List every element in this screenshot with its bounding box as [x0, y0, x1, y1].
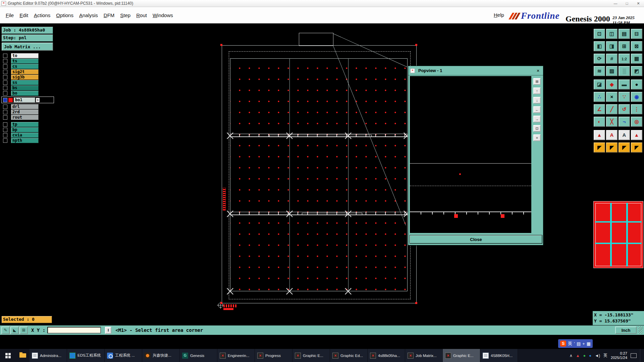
layer-name-chip[interactable]: tp — [11, 122, 39, 127]
taskbar-app[interactable]: ×4s88k05ha... — [368, 349, 405, 362]
toolbar-button[interactable]: ░ — [619, 66, 630, 76]
toolbar-button[interactable]: ⊡ — [594, 29, 605, 39]
toolbar-button[interactable]: ▦ — [631, 54, 642, 64]
toolbar-button[interactable]: ▬ — [619, 79, 630, 89]
taskbar-app[interactable]: ×Job Matrix... — [405, 349, 443, 362]
popview-close-button[interactable]: Close — [410, 235, 542, 244]
layer-name-chip[interactable]: cs — [11, 64, 39, 69]
volume-icon[interactable]: ◄) — [595, 353, 600, 358]
toolbar-button[interactable]: ╱ — [606, 104, 618, 114]
layer-row[interactable]: ts — [0, 58, 55, 64]
popview-window[interactable]: ✕ Popview - 1 ✕ ⊞ ↑ ↓ ← → ⊡ + Close — [408, 66, 543, 245]
layer-visibility-checkbox[interactable] — [3, 110, 7, 114]
tray-expand-chevron[interactable]: ∧ — [570, 353, 573, 358]
layer-visibility-checkbox[interactable] — [3, 54, 7, 58]
grid-tool-button[interactable]: ⊞ — [19, 326, 28, 334]
menu-edit[interactable]: Edit — [19, 12, 28, 18]
popview-zoom-window-button[interactable]: ⊞ — [533, 78, 541, 85]
popview-pan-right-button[interactable]: → — [533, 116, 541, 122]
toolbar-button[interactable]: ◎ — [631, 117, 642, 127]
layer-visibility-checkbox[interactable] — [3, 75, 7, 79]
toolbar-button[interactable]: ◉ — [631, 92, 642, 102]
layer-visibility-checkbox[interactable] — [3, 105, 7, 109]
toolbar-button[interactable]: ∠ — [594, 104, 605, 114]
menu-analysis[interactable]: Analysis — [79, 12, 98, 18]
taskbar-app[interactable]: EDS工程系统 — [67, 349, 105, 362]
layer-name-chip[interactable]: ss — [11, 80, 39, 85]
layer-name-chip[interactable]: bp — [11, 127, 39, 132]
taskbar-app[interactable]: Administra... — [30, 349, 67, 362]
toolbar-button[interactable]: ▲ — [594, 130, 605, 140]
layer-name-chip[interactable]: 2rd — [11, 110, 39, 115]
menu-options[interactable]: Options — [56, 12, 73, 18]
measure-tool-button[interactable]: ◣ — [10, 326, 19, 334]
layer-row[interactable]: bs — [0, 85, 55, 90]
toolbar-button[interactable]: ◩ — [631, 66, 642, 76]
menu-windows[interactable]: Windows — [153, 12, 173, 18]
layer-visibility-checkbox[interactable] — [3, 128, 7, 132]
toolbar-button[interactable]: ∴ — [594, 92, 605, 102]
popview-pan-down-button[interactable]: ↓ — [533, 97, 541, 104]
ime-board-icon[interactable]: ▦ — [587, 341, 591, 346]
toolbar-button[interactable]: ◐ — [594, 117, 605, 127]
layer-name-chip[interactable]: npth — [11, 138, 39, 143]
ime-language-bar[interactable]: S 英 ’ ▤ + ▦ — [558, 339, 593, 348]
minimize-button[interactable]: — — [610, 0, 621, 7]
maximize-button[interactable]: □ — [621, 0, 633, 7]
toolbar-button[interactable]: ◤ — [631, 142, 642, 153]
toolbar-button[interactable]: ↺ — [619, 104, 630, 114]
menu-rout[interactable]: Rout — [136, 12, 147, 18]
layer-row[interactable]: ss — [0, 80, 55, 85]
toolbar-button[interactable]: ⊟ — [631, 29, 642, 39]
layer-row[interactable]: sig3b — [0, 74, 55, 80]
taskbar-app[interactable]: ×Progress — [255, 349, 292, 362]
layer-visibility-checkbox[interactable] — [3, 59, 7, 63]
popview-pan-left-button[interactable]: ← — [533, 106, 541, 113]
ime-toolbox-icon[interactable]: + — [582, 341, 585, 346]
layer-visibility-checkbox[interactable] — [3, 98, 7, 102]
popview-close-x[interactable]: ✕ — [535, 68, 541, 73]
layer-row[interactable]: bo — [0, 90, 55, 96]
layer-visibility-checkbox[interactable] — [3, 86, 7, 90]
file-explorer-button[interactable] — [16, 349, 30, 362]
layer-name-chip[interactable]: bo — [11, 91, 39, 96]
tray-blue-icon[interactable]: ● — [589, 353, 591, 358]
xy-input[interactable] — [47, 327, 101, 334]
layer-row[interactable]: npth — [0, 138, 55, 143]
toolbar-button[interactable]: ◤ — [606, 142, 618, 153]
toolbar-button[interactable]: A — [619, 130, 630, 140]
pcb-pad-grid[interactable] — [230, 58, 408, 291]
popview-pan-free-button[interactable]: + — [533, 134, 541, 141]
toolbar-button[interactable]: ◪ — [594, 79, 605, 89]
menu-step[interactable]: Step — [120, 12, 130, 18]
toolbar-button[interactable]: ⋮ — [631, 104, 642, 114]
layer-row[interactable]: cvia — [0, 132, 55, 138]
taskbar-clock[interactable]: 0:27 2025/1/24 — [611, 351, 627, 360]
taskbar-app[interactable]: 兴森快捷... — [142, 349, 180, 362]
taskbar-app[interactable]: ×Graphic E... — [292, 349, 330, 362]
toolbar-button[interactable]: ◆ — [606, 79, 618, 89]
toolbar-button[interactable]: ⊞ — [619, 41, 630, 51]
layer-name-chip[interactable]: ts — [11, 59, 39, 64]
layer-row-active[interactable]: bo1 s — [1, 97, 54, 103]
layer-name-chip[interactable]: bs — [11, 85, 39, 90]
layer-name-chip[interactable]: sig2t — [11, 69, 39, 74]
layer-color-chip[interactable] — [8, 98, 13, 102]
toolbar-button[interactable]: ∵ — [619, 92, 630, 102]
toolbar-button[interactable]: ◤ — [594, 142, 605, 153]
layer-visibility-checkbox[interactable] — [3, 115, 7, 120]
toolbar-button[interactable]: ¬ — [619, 117, 630, 127]
taskbar-app[interactable]: 工程系统 ... — [105, 349, 142, 362]
toolbar-button[interactable]: ◨ — [606, 41, 618, 51]
input-language-indicator[interactable]: 英 — [603, 353, 607, 358]
toolbar-button[interactable]: ≋ — [594, 66, 605, 76]
action-center-icon[interactable] — [631, 353, 637, 358]
resize-grip[interactable] — [639, 326, 643, 334]
layer-visibility-checkbox[interactable] — [3, 64, 7, 69]
draw-tool-button[interactable]: ✎ — [1, 326, 10, 334]
toolbar-button[interactable]: ╳ — [606, 117, 618, 127]
toolbar-button[interactable]: A — [606, 130, 618, 140]
popview-zoom-fit-button[interactable]: ⊡ — [533, 125, 541, 132]
toolbar-button[interactable]: # — [606, 54, 618, 64]
taskbar-app[interactable]: 4S88K05H... — [480, 349, 518, 362]
